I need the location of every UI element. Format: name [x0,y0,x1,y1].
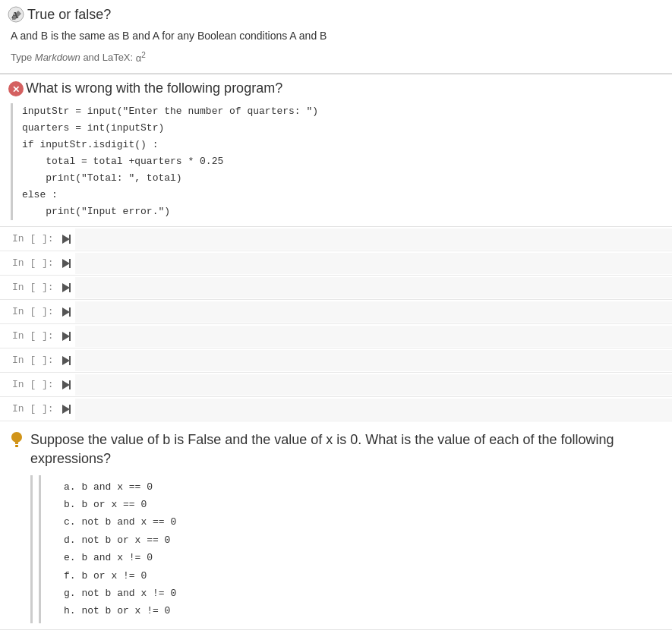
expression-g: g. not b and x != 0 [64,585,664,602]
input-label-7: In [ ]: [0,376,60,393]
true-false-body: A and B is the same as B and A for any B… [8,27,664,67]
code-input-8[interactable] [75,399,672,420]
input-cell-1: In [ ]: [0,227,672,251]
suppose-expressions: a. b and x == 0 b. b or x == 0 c. not b … [39,475,664,623]
code-line-7: print("Input error.") [22,203,664,220]
code-input-5[interactable] [75,326,672,347]
expression-d: d. not b or x == 0 [64,531,664,549]
code-line-5: print("Total: ", total) [22,170,664,187]
svg-marker-18 [62,405,70,414]
expression-b: b. b or x == 0 [64,496,664,513]
svg-rect-20 [15,445,18,447]
svg-marker-10 [62,307,70,317]
run-button-7[interactable] [60,379,72,391]
code-input-3[interactable] [75,277,672,298]
code-line-1: inputStr = input("Enter the number of qu… [22,103,664,120]
run-button-2[interactable] [60,257,72,270]
expression-c: c. not b and x == 0 [64,513,664,531]
markdown-note-prefix: Type [11,52,35,64]
suppose-icon [8,430,26,449]
run-button-3[interactable] [60,282,72,294]
input-label-1: In [ ]: [0,230,60,247]
true-false-cell: A True or false? A and B is the same as … [0,0,672,74]
input-cell-2: In [ ]: [0,251,672,276]
code-input-4[interactable] [75,301,672,323]
latex-example: α2 [136,52,146,64]
input-cell-5: In [ ]: [0,324,672,348]
input-cell-7: In [ ]: [0,373,672,397]
code-line-3: if inputStr.isdigit() : [22,137,664,153]
markdown-label: Markdown [35,52,80,64]
input-cell-6: In [ ]: [0,348,672,373]
svg-marker-14 [62,356,70,365]
true-false-title: True or false? [27,7,111,23]
suppose-cell: Suppose the value of b is False and the … [0,421,672,630]
code-line-2: quarters = int(inputStr) [22,120,664,137]
run-button-1[interactable] [60,233,72,245]
input-cell-8: In [ ]: [0,397,672,421]
code-input-1[interactable] [75,229,672,250]
svg-text:✕: ✕ [12,84,20,95]
true-false-icon: A [8,6,24,23]
expression-a: a. b and x == 0 [64,478,664,496]
run-button-5[interactable] [60,330,72,342]
expression-e: e. b and x != 0 [64,549,664,566]
run-button-6[interactable] [60,355,72,367]
expression-f: f. b or x != 0 [64,567,664,585]
wrong-program-code: inputStr = input("Enter the number of qu… [11,103,664,221]
suppose-body-wrapper: a. b and x == 0 b. b or x == 0 c. not b … [30,475,664,623]
true-false-text: A and B is the same as B and A for any B… [11,27,664,44]
markdown-note-mid: and LaTeX: [80,52,136,64]
code-input-7[interactable] [75,374,672,396]
svg-marker-12 [62,332,70,341]
input-label-3: In [ ]: [0,279,60,296]
code-line-4: total = total +quarters * 0.25 [22,153,664,170]
input-label-8: In [ ]: [0,400,60,418]
wrong-program-header: ✕ What is wrong with the following progr… [8,80,664,97]
run-button-4[interactable] [60,306,72,318]
markdown-note: Type Markdown and LaTeX: α2 [11,49,664,66]
true-false-header: A True or false? [8,6,664,23]
suppose-header: Suppose the value of b is False and the … [8,430,664,468]
svg-marker-16 [62,380,70,389]
svg-marker-6 [62,259,70,268]
input-cell-4: In [ ]: [0,300,672,324]
input-label-2: In [ ]: [0,254,60,272]
suppose-title: Suppose the value of b is False and the … [30,430,664,468]
svg-marker-4 [62,235,70,244]
input-cell-3: In [ ]: [0,276,672,300]
svg-marker-8 [62,283,70,292]
code-input-2[interactable] [75,253,672,274]
input-cells-container: In [ ]: In [ ]: In [ ]: In [ ]: In [ ]: [0,227,672,421]
input-label-5: In [ ]: [0,327,60,345]
run-button-8[interactable] [60,403,72,415]
expression-h: h. not b or x != 0 [64,602,664,620]
wrong-program-icon: ✕ [8,80,24,97]
input-label-4: In [ ]: [0,303,60,320]
wrong-program-cell: ✕ What is wrong with the following progr… [0,74,672,228]
code-input-6[interactable] [75,350,672,371]
input-label-6: In [ ]: [0,352,60,369]
wrong-program-title: What is wrong with the following program… [26,80,282,96]
code-line-6: else : [22,187,664,203]
